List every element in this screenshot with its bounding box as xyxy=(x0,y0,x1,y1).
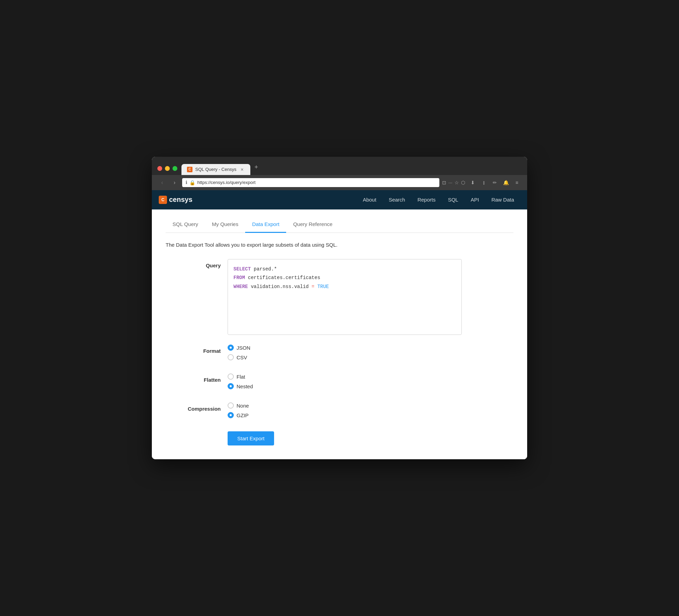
reader-view-icon[interactable]: ⊡ xyxy=(442,180,446,185)
pocket-icon[interactable]: ⬡ xyxy=(461,180,465,185)
library-icon[interactable]: ⫿ xyxy=(479,178,489,187)
tab-favicon: C xyxy=(187,167,192,172)
query-label: Query xyxy=(166,259,221,268)
flatten-flat-option[interactable]: Flat xyxy=(228,373,462,380)
compression-label: Compression xyxy=(166,402,221,412)
format-csv-label: CSV xyxy=(237,355,247,360)
format-json-label: JSON xyxy=(237,345,250,351)
address-right-icons: ⊡ ··· ☆ ⬡ xyxy=(442,180,465,185)
compression-controls: None GZIP xyxy=(228,402,462,422)
keyword-where: WHERE xyxy=(233,284,248,289)
format-csv-radio[interactable] xyxy=(228,354,234,360)
nav-link-search[interactable]: Search xyxy=(383,190,411,209)
toolbar-icons: ⬇ ⫿ ✏ 🔔 ≡ xyxy=(468,178,522,187)
compression-gzip-radio[interactable] xyxy=(228,412,234,418)
tab-title: SQL Query - Censys xyxy=(195,167,237,172)
censys-navbar: C censys About Search Reports SQL API Ra… xyxy=(152,190,527,209)
format-csv-option[interactable]: CSV xyxy=(228,354,462,360)
address-input[interactable]: ℹ 🔒 https://censys.io/query/export xyxy=(182,178,439,187)
tab-data-export[interactable]: Data Export xyxy=(245,216,286,233)
keyword-select: SELECT xyxy=(233,266,251,272)
flatten-flat-radio[interactable] xyxy=(228,373,234,380)
tab-area: C SQL Query - Censys × + xyxy=(181,161,261,175)
tab-close-button[interactable]: × xyxy=(239,167,245,172)
back-button[interactable]: ‹ xyxy=(157,178,167,187)
close-button[interactable] xyxy=(157,166,162,171)
https-lock-icon: 🔒 xyxy=(189,180,195,185)
query-line-1: SELECT parsed.* xyxy=(233,265,456,274)
tab-sql-query[interactable]: SQL Query xyxy=(166,216,205,233)
start-export-button[interactable]: Start Export xyxy=(228,431,274,445)
tab-my-queries[interactable]: My Queries xyxy=(205,216,245,233)
flatten-label: Flatten xyxy=(166,373,221,383)
flatten-row: Flatten Flat Nested xyxy=(166,373,462,393)
download-icon[interactable]: ⬇ xyxy=(468,178,478,187)
menu-icon[interactable]: ≡ xyxy=(512,178,522,187)
maximize-button[interactable] xyxy=(173,166,177,171)
nav-link-api[interactable]: API xyxy=(464,190,485,209)
query-editor[interactable]: SELECT parsed.* FROM certificates.certif… xyxy=(228,259,462,335)
page-description: The Data Export Tool allows you to expor… xyxy=(166,241,513,249)
censys-logo-text: censys xyxy=(169,196,192,204)
flatten-nested-label: Nested xyxy=(237,383,253,389)
compression-none-label: None xyxy=(237,403,249,409)
keyword-from: FROM xyxy=(233,275,245,280)
format-label: Format xyxy=(166,345,221,354)
active-tab[interactable]: C SQL Query - Censys × xyxy=(181,164,250,175)
format-json-option[interactable]: JSON xyxy=(228,345,462,351)
query-line3-plain: validation.nss.valid xyxy=(248,284,312,289)
query-true-value: TRUE xyxy=(314,284,329,289)
censys-logo[interactable]: C censys xyxy=(159,196,192,204)
nav-link-sql[interactable]: SQL xyxy=(442,190,464,209)
format-controls: JSON CSV xyxy=(228,345,462,364)
flatten-nested-radio[interactable] xyxy=(228,383,234,389)
flatten-flat-label: Flat xyxy=(237,374,245,380)
export-form: Query SELECT parsed.* FROM certificates.… xyxy=(166,259,462,445)
more-tools-icon[interactable]: ··· xyxy=(448,180,452,185)
query-line1-plain: parsed.* xyxy=(251,266,277,272)
browser-window: C SQL Query - Censys × + ‹ › ℹ 🔒 https:/… xyxy=(152,157,527,460)
censys-nav-links: About Search Reports SQL API Raw Data xyxy=(357,190,520,209)
nav-link-about[interactable]: About xyxy=(357,190,383,209)
title-bar: C SQL Query - Censys × + xyxy=(152,157,527,175)
query-controls: SELECT parsed.* FROM certificates.certif… xyxy=(228,259,462,335)
format-row: Format JSON CSV xyxy=(166,345,462,364)
compression-none-radio[interactable] xyxy=(228,402,234,409)
query-line-2: FROM certificates.certificates xyxy=(233,274,456,282)
tab-query-reference[interactable]: Query Reference xyxy=(286,216,339,233)
page-content: SQL Query My Queries Data Export Query R… xyxy=(152,209,527,460)
traffic-lights xyxy=(157,166,181,175)
compression-none-option[interactable]: None xyxy=(228,402,462,409)
censys-logo-icon: C xyxy=(159,196,167,204)
address-bar: ‹ › ℹ 🔒 https://censys.io/query/export ⊡… xyxy=(152,175,527,190)
bookmark-star-icon[interactable]: ☆ xyxy=(455,180,459,185)
page-tabs: SQL Query My Queries Data Export Query R… xyxy=(166,216,513,233)
compression-gzip-option[interactable]: GZIP xyxy=(228,412,462,418)
new-tab-button[interactable]: + xyxy=(252,161,261,175)
notifications-icon[interactable]: 🔔 xyxy=(501,178,511,187)
forward-button[interactable]: › xyxy=(170,178,179,187)
flatten-controls: Flat Nested xyxy=(228,373,462,393)
nav-link-rawdata[interactable]: Raw Data xyxy=(485,190,520,209)
security-info-icon: ℹ xyxy=(186,180,187,185)
minimize-button[interactable] xyxy=(165,166,170,171)
query-line-3: WHERE validation.nss.valid = TRUE xyxy=(233,283,456,291)
query-line2-plain: certificates.certificates xyxy=(245,275,320,280)
compression-gzip-label: GZIP xyxy=(237,412,249,418)
format-json-radio[interactable] xyxy=(228,345,234,351)
extensions-icon[interactable]: ✏ xyxy=(490,178,500,187)
address-text: https://censys.io/query/export xyxy=(197,180,255,185)
query-row: Query SELECT parsed.* FROM certificates.… xyxy=(166,259,462,335)
compression-row: Compression None GZIP xyxy=(166,402,462,422)
query-equals: = xyxy=(312,284,314,289)
nav-link-reports[interactable]: Reports xyxy=(411,190,442,209)
flatten-nested-option[interactable]: Nested xyxy=(228,383,462,389)
